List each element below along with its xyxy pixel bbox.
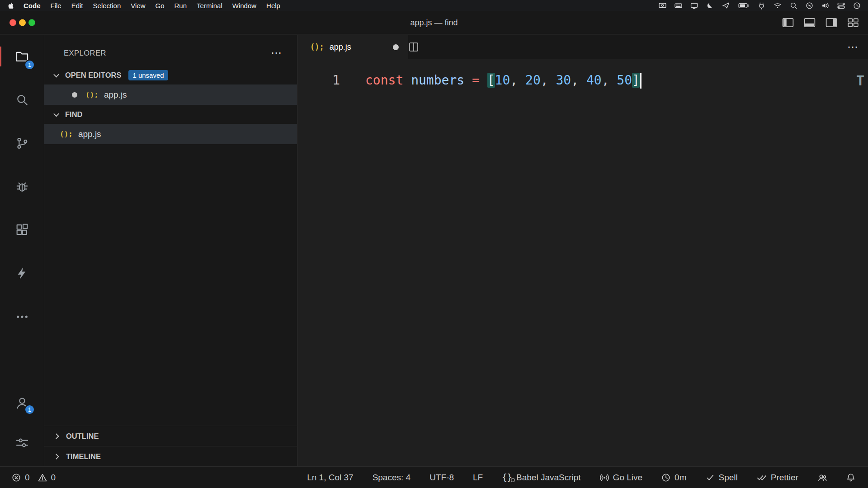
- menu-selection[interactable]: Selection: [88, 2, 126, 9]
- check-icon: [706, 473, 715, 482]
- spell-button[interactable]: Spell: [706, 473, 738, 483]
- sidebar-bottom-sections: OUTLINE TIMELINE: [44, 426, 297, 466]
- prettier-label: Prettier: [771, 473, 798, 483]
- eol-label: LF: [473, 473, 483, 483]
- activity-bar: 1 1: [0, 35, 44, 466]
- manage-button[interactable]: [0, 423, 44, 463]
- menu-go[interactable]: Go: [151, 2, 170, 9]
- menu-code[interactable]: Code: [19, 2, 46, 9]
- warning-count: 0: [51, 473, 56, 483]
- volume-icon[interactable]: [821, 2, 829, 9]
- code-editor[interactable]: 1 const numbers = [10, 20, 30, 40, 50] T: [297, 59, 868, 466]
- language-mode-button[interactable]: {} Babel JavaScript: [502, 473, 580, 483]
- people-icon: [817, 473, 827, 482]
- broadcast-icon: [600, 473, 609, 482]
- error-count: 0: [25, 473, 30, 483]
- menu-view[interactable]: View: [126, 2, 150, 9]
- code-token: 10: [495, 73, 510, 88]
- minimap[interactable]: T: [856, 73, 864, 89]
- activity-extensions[interactable]: [0, 208, 44, 252]
- customize-layout-icon[interactable]: [847, 18, 859, 28]
- code-token: const: [365, 73, 403, 88]
- macos-menu-bar: Code File Edit Selection View Go Run Ter…: [0, 0, 868, 11]
- keyboard-icon[interactable]: [675, 2, 682, 9]
- window-titlebar: app.js — find: [0, 11, 868, 34]
- sliders-icon: [15, 436, 29, 450]
- split-editor-icon[interactable]: [408, 42, 419, 52]
- bell-icon: [846, 473, 855, 482]
- folder-section-header[interactable]: FIND: [44, 105, 297, 124]
- timer-label: 0m: [675, 473, 686, 483]
- prettier-button[interactable]: Prettier: [757, 473, 798, 483]
- toggle-secondary-sidebar-icon[interactable]: [826, 18, 837, 28]
- encoding-button[interactable]: UTF-8: [429, 473, 454, 483]
- folder-name-label: FIND: [65, 110, 83, 119]
- moon-icon[interactable]: [706, 2, 714, 9]
- outline-section-header[interactable]: OUTLINE: [44, 426, 297, 446]
- chevron-right-icon: [53, 433, 59, 439]
- notifications-button[interactable]: [846, 473, 855, 482]
- error-icon: [12, 473, 21, 482]
- activity-source-control[interactable]: [0, 122, 44, 165]
- wifi-icon[interactable]: [774, 2, 782, 9]
- open-editors-section-header[interactable]: OPEN EDITORS 1 unsaved: [44, 66, 297, 84]
- clock-icon[interactable]: [853, 2, 861, 9]
- siri-icon[interactable]: [806, 2, 813, 9]
- status-bar-left: 0 0: [0, 473, 56, 483]
- code-token: =: [472, 73, 480, 88]
- menu-help[interactable]: Help: [261, 2, 285, 9]
- timeline-section-header[interactable]: TIMELINE: [44, 446, 297, 466]
- menu-file[interactable]: File: [46, 2, 66, 9]
- explorer-more-actions-icon[interactable]: ⋯: [271, 47, 282, 58]
- cursor-position-button[interactable]: Ln 1, Col 37: [307, 473, 353, 483]
- rocket-icon[interactable]: [722, 2, 730, 9]
- tab-modified-indicator-icon[interactable]: [393, 44, 399, 50]
- toggle-primary-sidebar-icon[interactable]: [782, 18, 794, 28]
- feedback-button[interactable]: [817, 473, 827, 482]
- apple-icon: [7, 2, 15, 9]
- accounts-button[interactable]: 1: [0, 383, 44, 423]
- ellipsis-icon: [15, 310, 29, 324]
- menu-run[interactable]: Run: [170, 2, 192, 9]
- go-live-button[interactable]: Go Live: [600, 473, 642, 483]
- timeline-label: TIMELINE: [66, 452, 101, 461]
- js-file-icon: ();: [85, 90, 99, 99]
- menu-window[interactable]: Window: [227, 2, 261, 9]
- menu-edit[interactable]: Edit: [66, 2, 88, 9]
- tab-bar: (); app.js ⋯: [297, 35, 868, 59]
- screen-record-icon[interactable]: [659, 2, 666, 9]
- open-editors-label: OPEN EDITORS: [65, 71, 121, 80]
- activity-lightning[interactable]: [0, 252, 44, 295]
- spell-label: Spell: [719, 473, 738, 483]
- display-icon[interactable]: [690, 2, 698, 9]
- menu-terminal[interactable]: Terminal: [192, 2, 227, 9]
- activity-search[interactable]: [0, 78, 44, 122]
- chevron-down-icon: [53, 71, 59, 77]
- activity-run-debug[interactable]: [0, 165, 44, 208]
- tab-appjs[interactable]: (); app.js: [297, 35, 408, 59]
- problems-button[interactable]: 0 0: [12, 473, 56, 483]
- apple-menu[interactable]: [7, 2, 15, 9]
- spotlight-icon[interactable]: [790, 2, 797, 9]
- sidebar-header: EXPLORER ⋯: [44, 40, 297, 66]
- timer-button[interactable]: 0m: [661, 473, 686, 483]
- code-token: [403, 73, 411, 88]
- menubar-status-area: [659, 2, 868, 9]
- toggle-panel-icon[interactable]: [804, 18, 816, 28]
- indentation-button[interactable]: Spaces: 4: [373, 473, 411, 483]
- battery-icon[interactable]: [738, 3, 750, 9]
- activity-more[interactable]: [0, 295, 44, 338]
- control-center-icon[interactable]: [837, 2, 845, 9]
- code-text: const numbers = [10, 20, 30, 40, 50]: [365, 70, 642, 91]
- activity-explorer[interactable]: 1: [0, 35, 44, 78]
- workbench: 1 1: [0, 35, 868, 466]
- eol-button[interactable]: LF: [473, 473, 483, 483]
- file-item-appjs[interactable]: (); app.js: [44, 124, 297, 144]
- code-token: 50: [617, 73, 632, 88]
- vscode-window: Code File Edit Selection View Go Run Ter…: [0, 0, 868, 488]
- editor-more-actions-icon[interactable]: ⋯: [847, 42, 858, 52]
- plug-icon[interactable]: [758, 2, 765, 9]
- code-line-1[interactable]: 1 const numbers = [10, 20, 30, 40, 50]: [297, 70, 868, 91]
- open-editor-item-appjs[interactable]: (); app.js: [44, 84, 297, 105]
- tab-bar-actions: ⋯: [408, 35, 868, 59]
